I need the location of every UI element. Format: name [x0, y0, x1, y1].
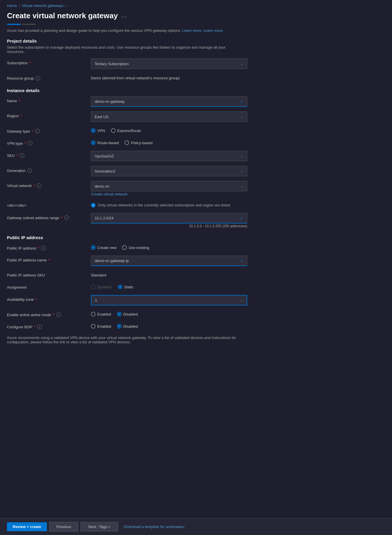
configure-bgp-enabled-label: Enabled — [97, 324, 111, 329]
subnet-info-icon[interactable]: i — [64, 215, 69, 220]
public-ip-name-check: ✓ — [240, 259, 243, 263]
gateway-type-expressroute-option[interactable]: ExpressRoute — [111, 128, 141, 133]
active-active-enabled-option[interactable]: Enabled — [91, 312, 111, 316]
subnet-address-range-input[interactable]: 10.1.2.0/24 ✓ — [91, 213, 247, 223]
configure-bgp-radio-group: Enabled Disabled — [91, 322, 247, 329]
gateway-type-row: Gateway type * i VPN ExpressRoute — [0, 124, 392, 136]
sku-select[interactable]: VpnGw2AZ ⌄ — [91, 151, 247, 161]
virtual-network-select[interactable]: demo-vn ⌄ — [91, 181, 247, 191]
public-ip-radio-group: Create new Use existing — [91, 243, 247, 250]
vnet-info-row: <div></div> i Only virtual networks in t… — [0, 199, 392, 211]
next-button[interactable]: Next : Tags > — [80, 522, 118, 532]
section-instance-details: Instance details — [0, 83, 392, 94]
gateway-type-radio-group: VPN ExpressRoute — [91, 127, 247, 133]
breadcrumb-current[interactable]: Virtual network gateways — [22, 3, 63, 8]
region-control: East US ⌄ — [91, 111, 247, 122]
subnet-address-range-label: Gateway subnet address range * i — [7, 213, 91, 220]
vpn-type-label: VPN type * i — [7, 139, 91, 146]
gateway-type-vpn-radio[interactable] — [91, 128, 96, 133]
assignment-static-radio[interactable] — [118, 285, 122, 289]
vpn-type-required: * — [25, 141, 26, 146]
generation-info-icon[interactable]: i — [27, 168, 32, 173]
active-active-disabled-label: Disabled — [123, 312, 138, 316]
vpn-type-policy-label: Policy-based — [131, 141, 152, 145]
active-active-disabled-radio[interactable] — [117, 312, 122, 316]
breadcrumb: Home › Virtual network gateways › — [0, 0, 392, 10]
learn-more-link[interactable]: Learn more. — [182, 28, 202, 33]
resource-group-info-icon[interactable]: i — [36, 76, 40, 80]
active-active-info-icon[interactable]: i — [56, 312, 61, 317]
vnet-info-icon: i — [91, 203, 96, 208]
active-active-label: Enable active-active mode * i — [7, 310, 91, 317]
review-create-button[interactable]: Review + create — [7, 522, 47, 531]
public-ip-use-existing-option[interactable]: Use existing — [122, 245, 149, 250]
public-ip-name-row: Public IP address name * demo-vn-gateway… — [0, 253, 392, 268]
configure-bgp-enabled-radio[interactable] — [91, 324, 96, 329]
learn-more-link-text[interactable]: Learn more. — [204, 28, 224, 33]
assignment-static-option[interactable]: Static — [118, 285, 134, 289]
section-project-desc: Select the subscription to manage deploy… — [0, 45, 249, 56]
public-ip-create-radio[interactable] — [91, 245, 96, 250]
vnet-info-text: Only virtual networks in the currently s… — [98, 203, 231, 208]
create-virtual-network-link[interactable]: Create virtual network — [91, 191, 247, 196]
subnet-required: * — [61, 216, 63, 220]
active-active-enabled-label: Enabled — [97, 312, 111, 316]
configure-bgp-disabled-option[interactable]: Disabled — [117, 324, 138, 329]
page-options-button[interactable]: ... — [121, 13, 127, 19]
sku-required: * — [17, 153, 18, 158]
sku-info-icon[interactable]: i — [20, 153, 24, 158]
subscription-label: Subscription * — [7, 58, 91, 65]
gateway-type-expressroute-radio[interactable] — [111, 128, 116, 133]
subnet-check-icon: ✓ — [240, 216, 243, 221]
public-ip-sku-label: Public IP address SKU — [7, 271, 91, 277]
previous-button[interactable]: Previous — [49, 522, 78, 532]
vpn-type-info-icon[interactable]: i — [28, 141, 32, 146]
configure-bgp-enabled-option[interactable]: Enabled — [91, 324, 111, 329]
gateway-type-info-icon[interactable]: i — [35, 129, 40, 133]
region-value: East US — [95, 115, 109, 119]
assignment-dynamic-radio — [91, 285, 96, 289]
configure-bgp-disabled-radio[interactable] — [117, 324, 122, 329]
assignment-radio-group: Dynamic Static — [91, 283, 247, 289]
assignment-control: Dynamic Static — [91, 283, 247, 289]
vpn-type-route-radio[interactable] — [91, 140, 96, 145]
public-ip-use-existing-radio[interactable] — [122, 245, 127, 250]
configure-bgp-info-icon[interactable]: i — [37, 325, 42, 329]
public-ip-create-option[interactable]: Create new — [91, 245, 116, 250]
generation-select[interactable]: Generation2 ⌄ — [91, 166, 247, 176]
configure-bgp-label: Configure BGP * i — [7, 322, 91, 329]
vpn-type-control: Route-based Policy-based — [91, 139, 247, 145]
assignment-row: Assignment Dynamic Static — [0, 281, 392, 293]
vpn-type-policy-radio[interactable] — [124, 140, 129, 145]
footer-bar: Review + create Previous Next : Tags > D… — [0, 518, 392, 535]
assignment-dynamic-label: Dynamic — [97, 285, 112, 289]
download-template-link[interactable]: Download a template for automation — [120, 522, 188, 531]
vpn-type-policy-option[interactable]: Policy-based — [124, 140, 152, 145]
gateway-type-vpn-option[interactable]: VPN — [91, 128, 105, 133]
public-ip-name-input[interactable]: demo-vn-gateway-ip ✓ — [91, 256, 247, 266]
resource-group-label: Resource group i — [7, 74, 91, 80]
virtual-network-chevron: ⌄ — [241, 184, 243, 188]
configure-bgp-control: Enabled Disabled — [91, 322, 247, 329]
breadcrumb-home[interactable]: Home — [7, 3, 17, 8]
vpn-type-route-option[interactable]: Route-based — [91, 140, 119, 145]
availability-zone-select[interactable]: 1 ⌄ — [91, 295, 247, 305]
active-active-enabled-radio[interactable] — [91, 312, 96, 316]
generation-label: Generation i — [7, 166, 91, 173]
generation-control: Generation2 ⌄ — [91, 166, 247, 176]
public-ip-info-icon[interactable]: i — [41, 246, 46, 250]
active-active-disabled-option[interactable]: Disabled — [117, 312, 138, 316]
public-ip-sku-control: Standard — [91, 271, 247, 277]
breadcrumb-separator-1: › — [19, 3, 20, 8]
name-control: demo-vn-gateway ✓ — [91, 96, 247, 107]
region-select[interactable]: East US ⌄ — [91, 111, 247, 122]
subscription-select[interactable]: Tertiary Subscription ⌄ — [91, 58, 247, 69]
availability-zone-required: * — [36, 297, 37, 302]
virtual-network-info-icon[interactable]: i — [37, 183, 41, 188]
name-input[interactable]: demo-vn-gateway ✓ — [91, 96, 247, 107]
subscription-value: Tertiary Subscription — [95, 62, 129, 66]
public-ip-name-label: Public IP address name * — [7, 256, 91, 262]
gateway-type-label: Gateway type * i — [7, 127, 91, 133]
active-active-radio-group: Enabled Disabled — [91, 310, 247, 316]
configure-bgp-row: Configure BGP * i Enabled Disabled — [0, 320, 392, 332]
